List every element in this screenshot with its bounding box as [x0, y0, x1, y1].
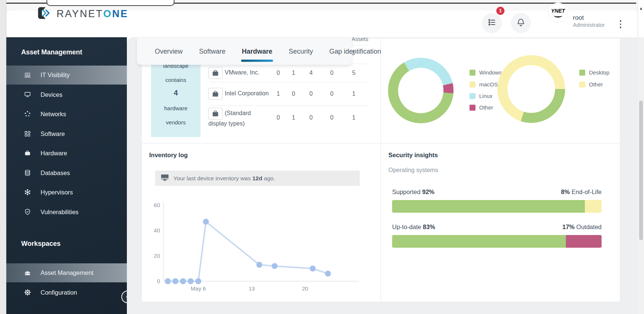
uptodate-outdated-bar — [392, 235, 602, 248]
uptodate-segment — [392, 235, 566, 248]
vendor-hardware-icon — [208, 108, 222, 120]
sidebar-item-networks[interactable]: Networks — [6, 105, 127, 123]
user-avatar[interactable]: YNET — [548, 3, 568, 23]
legend-label: Desktop — [589, 69, 609, 76]
donut-hole — [507, 65, 555, 113]
laptop-chart-icon — [24, 72, 31, 79]
panel-divider-vertical — [381, 38, 381, 302]
software-grid-icon — [24, 130, 31, 137]
app-logo[interactable]: RAYNETONE — [36, 4, 128, 24]
tab-hardware[interactable]: Hardware — [234, 38, 281, 65]
sidebar-item-it-visibility[interactable]: IT Visibility — [6, 66, 127, 85]
avatar-swoosh — [554, 14, 562, 18]
sidebar-item-databases[interactable]: Databases — [6, 164, 127, 182]
vendor-count: 4 — [151, 89, 201, 97]
os-donut-chart — [388, 58, 454, 123]
svg-text:20: 20 — [302, 285, 308, 292]
sidebar-item-label: IT Visibility — [41, 72, 70, 79]
window-left-edge — [0, 0, 6, 314]
table-row-standard-display[interactable]: (Standard display types) 0 1 0 0 1 — [208, 105, 368, 130]
table-cell: 5 — [348, 70, 359, 76]
sidebar-item-label: Hypervisors — [41, 189, 73, 196]
table-row-intel[interactable]: Intel Corporation 1 0 0 0 1 — [208, 82, 368, 105]
sidebar-item-label: Devices — [41, 91, 63, 98]
avatar-logo-text: YNET — [551, 8, 565, 14]
outdated-segment — [566, 235, 602, 248]
monitor-icon — [160, 174, 169, 183]
sidebar-item-configuration[interactable]: Configuration — [6, 283, 127, 301]
svg-text:0: 0 — [157, 278, 160, 284]
legend-windows[interactable]: Windows — [470, 69, 502, 76]
inventory-banner-text: Your last device inventory was 12d ago. — [173, 175, 275, 182]
notifications-button[interactable] — [511, 13, 531, 33]
legend-swatch — [579, 82, 585, 88]
tab-gap-identification[interactable]: Gap identification — [321, 38, 389, 65]
vendor-hardware-icon — [208, 67, 222, 79]
legend-linux[interactable]: Linux — [470, 93, 493, 99]
sidebar-item-workspace-asset-management[interactable]: Asset Management — [6, 263, 127, 282]
table-cell: 0 — [326, 114, 337, 121]
tab-label: Security — [289, 48, 313, 55]
table-cell: 1 — [288, 114, 299, 121]
eol-segment — [585, 200, 602, 213]
svg-text:40: 40 — [154, 227, 160, 234]
legend-desktop[interactable]: Desktop — [579, 69, 609, 76]
svg-text:60: 60 — [154, 202, 160, 208]
legend-label: Other — [479, 104, 493, 111]
table-cell: 0 — [273, 114, 284, 121]
scrollbar-up-arrow-icon[interactable]: ▲ — [638, 5, 644, 11]
tab-overview[interactable]: Overview — [147, 38, 191, 65]
table-cell: 1 — [273, 91, 284, 97]
sidebar-item-label: Databases — [41, 169, 70, 177]
user-role: Administrator — [573, 22, 605, 28]
sidebar-item-label: Software — [41, 130, 65, 137]
supported-segment — [392, 200, 585, 213]
screen: ▲ RAYNETONE 1 YNET — [0, 0, 644, 314]
gear-icon — [24, 289, 31, 296]
database-icon — [24, 169, 31, 177]
svg-text:13: 13 — [249, 285, 255, 292]
panel-divider-horizontal — [141, 143, 620, 143]
tab-label: Hardware — [242, 48, 272, 55]
sidebar-item-hypervisors[interactable]: Hypervisors — [6, 183, 127, 201]
more-menu-button[interactable] — [618, 18, 624, 31]
legend-swatch — [470, 93, 475, 99]
hardware-case-icon — [24, 149, 31, 157]
legend-other-os[interactable]: Other — [470, 104, 493, 111]
inventory-banner: Your last device inventory was 12d ago. — [155, 171, 360, 186]
table-row-vmware[interactable]: VMware, Inc. 0 1 4 0 5 — [208, 64, 368, 82]
sidebar-item-label: Configuration — [41, 289, 77, 296]
tab-label: Software — [199, 48, 225, 55]
tab-label: Overview — [155, 48, 183, 55]
logo-text: RAYNETONE — [57, 8, 128, 20]
table-cell: 0 — [288, 91, 299, 97]
legend-swatch — [579, 70, 585, 76]
vendor-hardware-icon — [208, 88, 222, 100]
inventory-log-title: Inventory log — [149, 152, 188, 159]
network-nodes-icon — [24, 110, 31, 118]
vendor-summary-line: vendors — [151, 119, 201, 126]
scrollbar-thumb[interactable] — [639, 101, 643, 240]
legend-other-type[interactable]: Other — [579, 81, 603, 88]
table-cell: 0 — [305, 91, 317, 97]
task-list-button[interactable] — [482, 13, 502, 33]
sidebar-section-asset-management: Asset Management — [21, 48, 82, 56]
legend-macos[interactable]: macOS — [470, 81, 498, 88]
vendor-name: Intel Corporation — [225, 90, 269, 96]
table-cell: 1 — [288, 70, 299, 76]
supported-eol-bar — [392, 200, 602, 213]
sidebar-section-workspaces: Workspaces — [21, 240, 61, 248]
supported-bar-labels: 8% End-of-Life Supported 92% — [392, 188, 602, 196]
legend-label: macOS — [479, 81, 498, 88]
legend-label: Windows — [479, 69, 502, 76]
sidebar-item-label: Hardware — [41, 150, 67, 157]
sidebar-item-hardware[interactable]: Hardware — [6, 144, 127, 162]
operating-systems-subtitle: Operating systems — [388, 167, 438, 174]
tab-security[interactable]: Security — [281, 38, 321, 65]
svg-text:May 6: May 6 — [191, 285, 206, 292]
raynet-logo-icon — [36, 6, 51, 22]
sidebar-item-devices[interactable]: Devices — [6, 86, 127, 104]
sidebar-item-software[interactable]: Software — [6, 125, 127, 143]
sidebar-item-vulnerabilities[interactable]: Vulnerabilities — [6, 203, 127, 221]
tab-software[interactable]: Software — [191, 38, 234, 65]
